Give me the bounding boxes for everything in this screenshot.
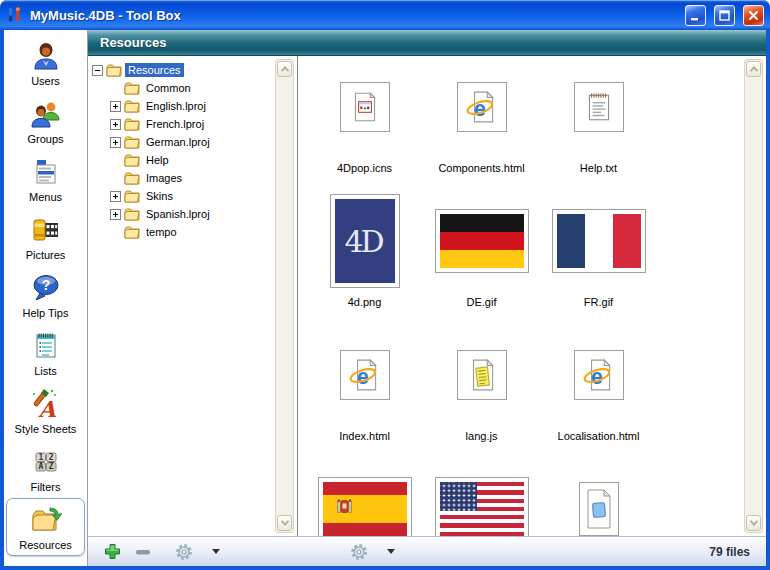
tree-item-tempo[interactable]: tempo bbox=[88, 223, 297, 241]
add-button[interactable] bbox=[104, 543, 121, 560]
chevron-down-icon bbox=[212, 549, 220, 554]
expand-icon[interactable] bbox=[110, 137, 121, 148]
sidebar-item-style-sheets[interactable]: A Style Sheets bbox=[4, 382, 87, 440]
folder-icon bbox=[106, 64, 122, 77]
sidebar-item-users[interactable]: Users bbox=[4, 34, 87, 92]
scroll-down-button[interactable] bbox=[746, 515, 761, 531]
file-item[interactable]: FR.gif bbox=[540, 190, 657, 324]
resources-icon bbox=[29, 503, 63, 537]
folder-icon bbox=[124, 82, 140, 95]
tree-item-images[interactable]: Images bbox=[88, 169, 297, 187]
sidebar: Users Groups bbox=[4, 30, 88, 566]
file-item[interactable] bbox=[306, 458, 423, 536]
remove-button[interactable] bbox=[135, 544, 151, 560]
minimize-button[interactable] bbox=[685, 5, 706, 26]
sidebar-item-groups[interactable]: Groups bbox=[4, 92, 87, 150]
tree-item-label: English.lproj bbox=[143, 99, 209, 113]
file-item[interactable]: e Index.html bbox=[306, 324, 423, 458]
tree-item-label: Help bbox=[143, 153, 172, 167]
svg-text:1: 1 bbox=[38, 453, 43, 462]
users-icon bbox=[29, 39, 63, 73]
file-item[interactable] bbox=[423, 458, 540, 536]
tree-item-english-lproj[interactable]: English.lproj bbox=[88, 97, 297, 115]
sidebar-item-label: Resources bbox=[19, 539, 72, 551]
file-item[interactable]: DE.gif bbox=[423, 190, 540, 324]
settings-button[interactable] bbox=[175, 543, 193, 561]
file-item[interactable]: e Components.html bbox=[423, 56, 540, 190]
settings-dropdown-button[interactable] bbox=[212, 549, 220, 554]
scroll-up-button[interactable] bbox=[277, 61, 292, 77]
file-grid: 4Dpop.icns e Compone bbox=[298, 56, 766, 536]
close-button[interactable] bbox=[743, 5, 764, 26]
file-name: DE.gif bbox=[467, 296, 497, 308]
gear-icon bbox=[175, 543, 193, 561]
sidebar-item-lists[interactable]: Lists bbox=[4, 324, 87, 382]
sidebar-item-help-tips[interactable]: ? Help Tips bbox=[4, 266, 87, 324]
svg-text:e: e bbox=[590, 365, 602, 389]
menus-icon bbox=[29, 155, 63, 189]
sidebar-item-label: Style Sheets bbox=[15, 423, 77, 435]
folder-icon bbox=[124, 190, 140, 203]
tree-item-label: German.lproj bbox=[143, 135, 213, 149]
window-title: MyMusic.4DB - Tool Box bbox=[30, 8, 677, 23]
actions-dropdown-button[interactable] bbox=[387, 549, 395, 554]
sidebar-item-filters[interactable]: 1 2 A Z Filters bbox=[4, 440, 87, 498]
html-file-icon: e bbox=[574, 350, 624, 400]
script-file-icon bbox=[457, 350, 507, 400]
file-item[interactable]: 4D 4d.png bbox=[306, 190, 423, 324]
style-sheets-icon: A bbox=[29, 387, 63, 421]
grid-scrollbar[interactable] bbox=[744, 59, 763, 533]
sidebar-item-resources[interactable]: Resources bbox=[6, 498, 85, 556]
expand-icon[interactable] bbox=[110, 209, 121, 220]
scroll-down-button[interactable] bbox=[277, 515, 292, 531]
collapse-icon[interactable] bbox=[92, 65, 103, 76]
sidebar-item-label: Users bbox=[31, 75, 60, 87]
tree-item-label: Spanish.lproj bbox=[143, 207, 213, 221]
file-name: Components.html bbox=[438, 162, 524, 174]
lists-icon bbox=[29, 329, 63, 363]
folder-icon bbox=[124, 136, 140, 149]
folder-icon bbox=[124, 154, 140, 167]
titlebar[interactable]: MyMusic.4DB - Tool Box bbox=[0, 0, 770, 30]
file-item[interactable]: Help.txt bbox=[540, 56, 657, 190]
minus-icon bbox=[135, 544, 151, 560]
tree-item-common[interactable]: Common bbox=[88, 79, 297, 97]
tree-item-spanish-lproj[interactable]: Spanish.lproj bbox=[88, 205, 297, 223]
actions-button[interactable] bbox=[350, 543, 368, 561]
french-flag-thumbnail bbox=[552, 209, 646, 273]
tree-item-skins[interactable]: Skins bbox=[88, 187, 297, 205]
sidebar-item-menus[interactable]: Menus bbox=[4, 150, 87, 208]
folder-icon bbox=[124, 118, 140, 131]
html-file-icon: e bbox=[457, 82, 507, 132]
us-flag-thumbnail bbox=[435, 477, 529, 536]
file-item[interactable]: e Localisation.html bbox=[540, 324, 657, 458]
tree-item-resources[interactable]: Resources bbox=[88, 61, 297, 79]
expand-icon[interactable] bbox=[110, 119, 121, 130]
expand-icon[interactable] bbox=[110, 101, 121, 112]
spain-crest-icon bbox=[337, 499, 352, 520]
folder-icon bbox=[124, 172, 140, 185]
expand-icon[interactable] bbox=[110, 191, 121, 202]
sidebar-item-pictures[interactable]: Pictures bbox=[4, 208, 87, 266]
tree-item-german-lproj[interactable]: German.lproj bbox=[88, 133, 297, 151]
text-file-icon bbox=[574, 82, 624, 132]
toolbox-window: MyMusic.4DB - Tool Box U bbox=[0, 0, 770, 570]
scroll-up-button[interactable] bbox=[746, 61, 761, 77]
maximize-button[interactable] bbox=[714, 5, 735, 26]
german-flag-thumbnail bbox=[435, 209, 529, 273]
file-item[interactable]: 4Dpop.icns bbox=[306, 56, 423, 190]
plus-icon bbox=[104, 543, 121, 560]
file-item[interactable]: lang.js bbox=[423, 324, 540, 458]
tree-item-label: Common bbox=[143, 81, 194, 95]
tree-scrollbar[interactable] bbox=[275, 59, 294, 533]
file-item[interactable] bbox=[540, 458, 657, 536]
pictures-icon bbox=[29, 213, 63, 247]
gear-icon bbox=[350, 543, 368, 561]
4d-logo-thumbnail: 4D bbox=[330, 194, 400, 288]
file-name: lang.js bbox=[466, 430, 498, 442]
tree-item-french-lproj[interactable]: French.lproj bbox=[88, 115, 297, 133]
file-name: Index.html bbox=[339, 430, 390, 442]
tree-item-help[interactable]: Help bbox=[88, 151, 297, 169]
spanish-flag-thumbnail bbox=[318, 477, 412, 536]
svg-text:e: e bbox=[473, 97, 485, 121]
